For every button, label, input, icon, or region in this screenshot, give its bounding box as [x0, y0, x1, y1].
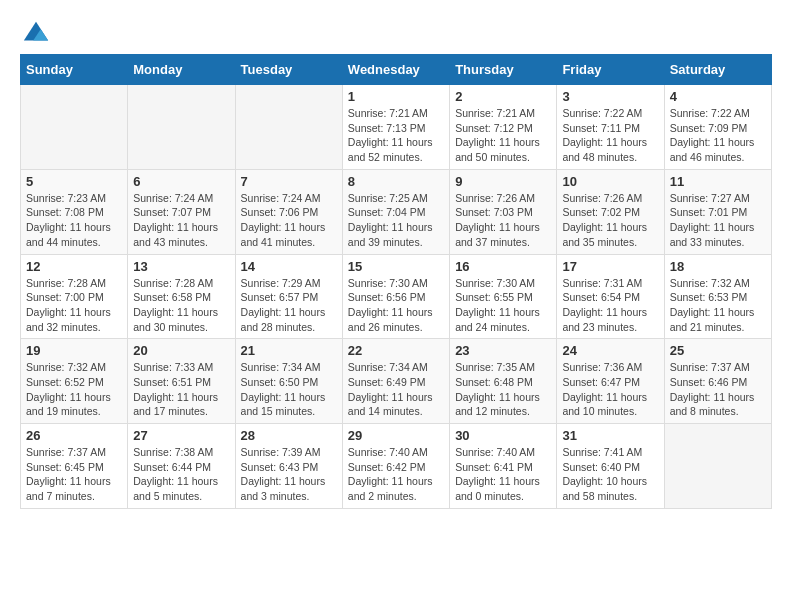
day-info: Sunrise: 7:28 AM Sunset: 6:58 PM Dayligh…: [133, 276, 229, 335]
day-info: Sunrise: 7:37 AM Sunset: 6:45 PM Dayligh…: [26, 445, 122, 504]
calendar-cell: 27Sunrise: 7:38 AM Sunset: 6:44 PM Dayli…: [128, 424, 235, 509]
calendar-cell: 16Sunrise: 7:30 AM Sunset: 6:55 PM Dayli…: [450, 254, 557, 339]
day-number: 3: [562, 89, 658, 104]
day-info: Sunrise: 7:21 AM Sunset: 7:13 PM Dayligh…: [348, 106, 444, 165]
day-info: Sunrise: 7:40 AM Sunset: 6:42 PM Dayligh…: [348, 445, 444, 504]
day-info: Sunrise: 7:41 AM Sunset: 6:40 PM Dayligh…: [562, 445, 658, 504]
calendar-cell: [664, 424, 771, 509]
calendar-cell: 20Sunrise: 7:33 AM Sunset: 6:51 PM Dayli…: [128, 339, 235, 424]
calendar-header-row: SundayMondayTuesdayWednesdayThursdayFrid…: [21, 55, 772, 85]
day-number: 28: [241, 428, 337, 443]
day-number: 14: [241, 259, 337, 274]
day-number: 10: [562, 174, 658, 189]
day-number: 19: [26, 343, 122, 358]
calendar-week-4: 19Sunrise: 7:32 AM Sunset: 6:52 PM Dayli…: [21, 339, 772, 424]
day-number: 15: [348, 259, 444, 274]
calendar-cell: 2Sunrise: 7:21 AM Sunset: 7:12 PM Daylig…: [450, 85, 557, 170]
calendar-cell: 29Sunrise: 7:40 AM Sunset: 6:42 PM Dayli…: [342, 424, 449, 509]
day-number: 20: [133, 343, 229, 358]
calendar-week-5: 26Sunrise: 7:37 AM Sunset: 6:45 PM Dayli…: [21, 424, 772, 509]
day-number: 27: [133, 428, 229, 443]
calendar-cell: 21Sunrise: 7:34 AM Sunset: 6:50 PM Dayli…: [235, 339, 342, 424]
day-info: Sunrise: 7:26 AM Sunset: 7:02 PM Dayligh…: [562, 191, 658, 250]
calendar-cell: 3Sunrise: 7:22 AM Sunset: 7:11 PM Daylig…: [557, 85, 664, 170]
calendar-week-1: 1Sunrise: 7:21 AM Sunset: 7:13 PM Daylig…: [21, 85, 772, 170]
day-info: Sunrise: 7:35 AM Sunset: 6:48 PM Dayligh…: [455, 360, 551, 419]
calendar-cell: 5Sunrise: 7:23 AM Sunset: 7:08 PM Daylig…: [21, 169, 128, 254]
day-number: 23: [455, 343, 551, 358]
day-number: 24: [562, 343, 658, 358]
calendar-cell: 1Sunrise: 7:21 AM Sunset: 7:13 PM Daylig…: [342, 85, 449, 170]
calendar-cell: 4Sunrise: 7:22 AM Sunset: 7:09 PM Daylig…: [664, 85, 771, 170]
day-info: Sunrise: 7:24 AM Sunset: 7:06 PM Dayligh…: [241, 191, 337, 250]
day-info: Sunrise: 7:21 AM Sunset: 7:12 PM Dayligh…: [455, 106, 551, 165]
day-number: 30: [455, 428, 551, 443]
calendar-cell: 13Sunrise: 7:28 AM Sunset: 6:58 PM Dayli…: [128, 254, 235, 339]
page-header: [20, 20, 772, 44]
day-number: 12: [26, 259, 122, 274]
day-info: Sunrise: 7:25 AM Sunset: 7:04 PM Dayligh…: [348, 191, 444, 250]
day-number: 4: [670, 89, 766, 104]
day-info: Sunrise: 7:37 AM Sunset: 6:46 PM Dayligh…: [670, 360, 766, 419]
day-header-wednesday: Wednesday: [342, 55, 449, 85]
day-number: 26: [26, 428, 122, 443]
calendar-week-3: 12Sunrise: 7:28 AM Sunset: 7:00 PM Dayli…: [21, 254, 772, 339]
day-number: 18: [670, 259, 766, 274]
day-number: 16: [455, 259, 551, 274]
day-number: 25: [670, 343, 766, 358]
day-header-monday: Monday: [128, 55, 235, 85]
day-number: 13: [133, 259, 229, 274]
day-number: 7: [241, 174, 337, 189]
day-header-thursday: Thursday: [450, 55, 557, 85]
calendar-cell: 25Sunrise: 7:37 AM Sunset: 6:46 PM Dayli…: [664, 339, 771, 424]
calendar-cell: 7Sunrise: 7:24 AM Sunset: 7:06 PM Daylig…: [235, 169, 342, 254]
day-number: 2: [455, 89, 551, 104]
day-number: 29: [348, 428, 444, 443]
calendar-cell: 24Sunrise: 7:36 AM Sunset: 6:47 PM Dayli…: [557, 339, 664, 424]
calendar-cell: 22Sunrise: 7:34 AM Sunset: 6:49 PM Dayli…: [342, 339, 449, 424]
day-number: 6: [133, 174, 229, 189]
day-number: 21: [241, 343, 337, 358]
day-info: Sunrise: 7:32 AM Sunset: 6:52 PM Dayligh…: [26, 360, 122, 419]
day-info: Sunrise: 7:34 AM Sunset: 6:50 PM Dayligh…: [241, 360, 337, 419]
calendar-cell: 8Sunrise: 7:25 AM Sunset: 7:04 PM Daylig…: [342, 169, 449, 254]
day-number: 1: [348, 89, 444, 104]
day-number: 31: [562, 428, 658, 443]
day-info: Sunrise: 7:38 AM Sunset: 6:44 PM Dayligh…: [133, 445, 229, 504]
calendar-cell: 11Sunrise: 7:27 AM Sunset: 7:01 PM Dayli…: [664, 169, 771, 254]
day-info: Sunrise: 7:31 AM Sunset: 6:54 PM Dayligh…: [562, 276, 658, 335]
day-info: Sunrise: 7:33 AM Sunset: 6:51 PM Dayligh…: [133, 360, 229, 419]
day-number: 9: [455, 174, 551, 189]
calendar-cell: 26Sunrise: 7:37 AM Sunset: 6:45 PM Dayli…: [21, 424, 128, 509]
calendar-cell: 9Sunrise: 7:26 AM Sunset: 7:03 PM Daylig…: [450, 169, 557, 254]
day-info: Sunrise: 7:30 AM Sunset: 6:55 PM Dayligh…: [455, 276, 551, 335]
day-header-tuesday: Tuesday: [235, 55, 342, 85]
day-header-friday: Friday: [557, 55, 664, 85]
day-info: Sunrise: 7:30 AM Sunset: 6:56 PM Dayligh…: [348, 276, 444, 335]
day-number: 17: [562, 259, 658, 274]
calendar-cell: 6Sunrise: 7:24 AM Sunset: 7:07 PM Daylig…: [128, 169, 235, 254]
day-info: Sunrise: 7:32 AM Sunset: 6:53 PM Dayligh…: [670, 276, 766, 335]
calendar-cell: 17Sunrise: 7:31 AM Sunset: 6:54 PM Dayli…: [557, 254, 664, 339]
calendar-cell: 31Sunrise: 7:41 AM Sunset: 6:40 PM Dayli…: [557, 424, 664, 509]
day-info: Sunrise: 7:24 AM Sunset: 7:07 PM Dayligh…: [133, 191, 229, 250]
calendar-cell: [128, 85, 235, 170]
day-info: Sunrise: 7:28 AM Sunset: 7:00 PM Dayligh…: [26, 276, 122, 335]
logo: [20, 20, 50, 44]
calendar-cell: 23Sunrise: 7:35 AM Sunset: 6:48 PM Dayli…: [450, 339, 557, 424]
calendar-cell: 18Sunrise: 7:32 AM Sunset: 6:53 PM Dayli…: [664, 254, 771, 339]
day-info: Sunrise: 7:36 AM Sunset: 6:47 PM Dayligh…: [562, 360, 658, 419]
calendar-cell: 15Sunrise: 7:30 AM Sunset: 6:56 PM Dayli…: [342, 254, 449, 339]
calendar-cell: 12Sunrise: 7:28 AM Sunset: 7:00 PM Dayli…: [21, 254, 128, 339]
calendar-cell: 30Sunrise: 7:40 AM Sunset: 6:41 PM Dayli…: [450, 424, 557, 509]
day-number: 22: [348, 343, 444, 358]
calendar-cell: [21, 85, 128, 170]
calendar-cell: 19Sunrise: 7:32 AM Sunset: 6:52 PM Dayli…: [21, 339, 128, 424]
day-info: Sunrise: 7:34 AM Sunset: 6:49 PM Dayligh…: [348, 360, 444, 419]
calendar-cell: 28Sunrise: 7:39 AM Sunset: 6:43 PM Dayli…: [235, 424, 342, 509]
day-info: Sunrise: 7:22 AM Sunset: 7:11 PM Dayligh…: [562, 106, 658, 165]
calendar-body: 1Sunrise: 7:21 AM Sunset: 7:13 PM Daylig…: [21, 85, 772, 509]
day-info: Sunrise: 7:26 AM Sunset: 7:03 PM Dayligh…: [455, 191, 551, 250]
calendar-cell: 10Sunrise: 7:26 AM Sunset: 7:02 PM Dayli…: [557, 169, 664, 254]
day-header-saturday: Saturday: [664, 55, 771, 85]
